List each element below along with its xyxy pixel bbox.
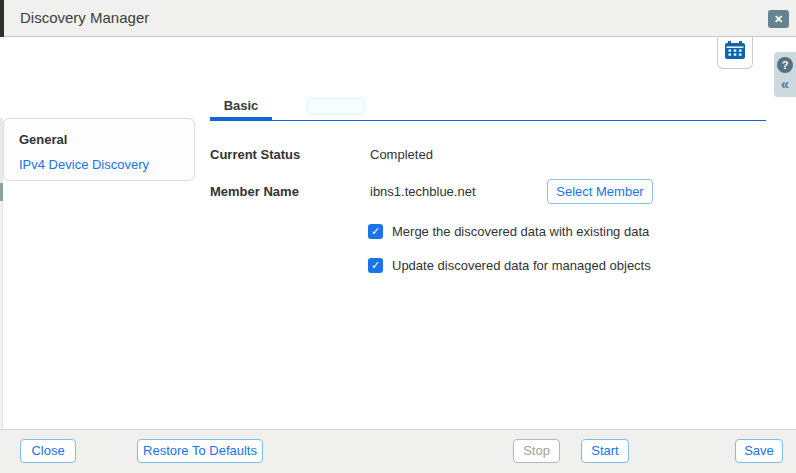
merge-data-checkbox[interactable]: ✓ [368,224,383,239]
dialog-footer: Close Restore To Defaults Stop Start Sav… [0,429,796,473]
sidebar-group-general: General [19,132,179,147]
member-name-value: ibns1.techblue.net [370,184,476,199]
calendar-icon [725,41,745,64]
tab-divider-line [210,120,766,121]
sidebar: General IPv4 Device Discovery [3,118,195,181]
close-icon[interactable]: ✕ [768,10,789,28]
background-page-sliver-bottom [0,201,3,429]
close-button[interactable]: Close [20,439,76,463]
sidebar-item-ipv4-device-discovery[interactable]: IPv4 Device Discovery [19,157,179,172]
schedule-button[interactable] [717,37,753,69]
restore-to-defaults-button[interactable]: Restore To Defaults [137,439,263,463]
start-button[interactable]: Start [581,439,629,463]
update-data-checkbox[interactable]: ✓ [368,258,383,273]
background-page-sliver-green [0,183,3,201]
merge-data-label: Merge the discovered data with existing … [392,224,649,239]
dialog-title: Discovery Manager [20,0,149,36]
tab-placeholder [307,98,365,115]
help-icon[interactable]: ? [777,57,793,73]
current-status-label: Current Status [210,147,300,162]
member-name-label: Member Name [210,184,299,199]
select-member-button[interactable]: Select Member [547,179,653,204]
merge-data-row: ✓ Merge the discovered data with existin… [368,224,649,239]
collapse-panel-icon[interactable]: « [781,76,789,92]
save-button[interactable]: Save [735,439,783,463]
update-data-row: ✓ Update discovered data for managed obj… [368,258,651,273]
side-help-panel: ? « [774,52,796,97]
update-data-label: Update discovered data for managed objec… [392,258,651,273]
dialog-titlebar: Discovery Manager ✕ [0,0,796,37]
stop-button: Stop [513,439,560,463]
background-page-sliver-top [0,0,4,37]
tab-basic[interactable]: Basic [210,98,272,113]
current-status-value: Completed [370,147,433,162]
